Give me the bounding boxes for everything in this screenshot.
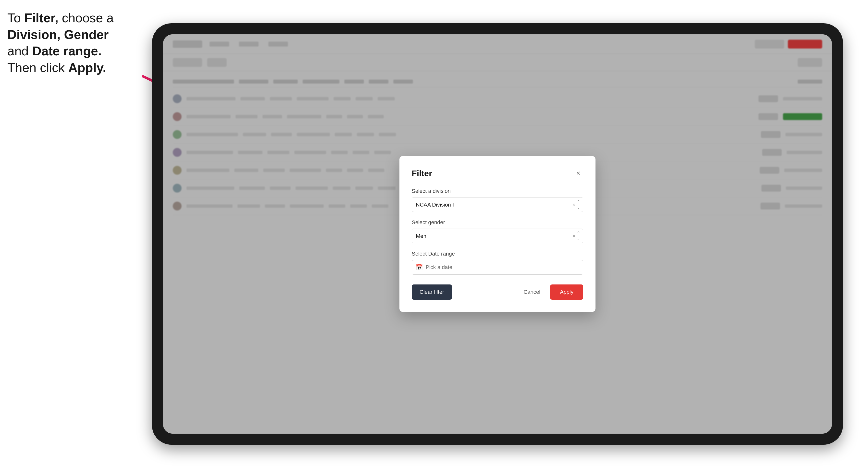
gender-clear-icon[interactable]: × <box>572 233 576 239</box>
date-form-group: Select Date range 📅 <box>412 251 583 275</box>
apply-button[interactable]: Apply <box>550 284 583 300</box>
tablet-screen: Filter × Select a division NCAA Division… <box>163 34 832 434</box>
clear-filter-button[interactable]: Clear filter <box>412 284 452 300</box>
tablet-device: Filter × Select a division NCAA Division… <box>152 23 843 445</box>
modal-overlay: Filter × Select a division NCAA Division… <box>163 34 832 434</box>
division-form-group: Select a division NCAA Division I × ⌃⌄ <box>412 188 583 212</box>
division-label: Select a division <box>412 188 583 194</box>
cancel-button[interactable]: Cancel <box>519 284 545 300</box>
gender-select[interactable]: Men <box>412 228 583 243</box>
modal-close-button[interactable]: × <box>574 168 583 178</box>
division-select-wrapper[interactable]: NCAA Division I × ⌃⌄ <box>412 197 583 212</box>
modal-footer-right: Cancel Apply <box>519 284 583 300</box>
division-select[interactable]: NCAA Division I <box>412 197 583 212</box>
modal-header: Filter × <box>412 168 583 178</box>
date-range-input[interactable] <box>412 260 583 275</box>
filter-modal: Filter × Select a division NCAA Division… <box>399 156 595 312</box>
modal-title: Filter <box>412 168 432 178</box>
division-clear-icon[interactable]: × <box>572 202 576 208</box>
gender-label: Select gender <box>412 219 583 226</box>
calendar-icon: 📅 <box>415 264 423 271</box>
date-label: Select Date range <box>412 251 583 257</box>
modal-footer: Clear filter Cancel Apply <box>412 284 583 300</box>
gender-form-group: Select gender Men × ⌃⌄ <box>412 219 583 243</box>
gender-select-wrapper[interactable]: Men × ⌃⌄ <box>412 228 583 243</box>
date-input-wrapper[interactable]: 📅 <box>412 260 583 275</box>
instruction-text: To Filter, choose a Division, Gender and… <box>7 10 150 76</box>
